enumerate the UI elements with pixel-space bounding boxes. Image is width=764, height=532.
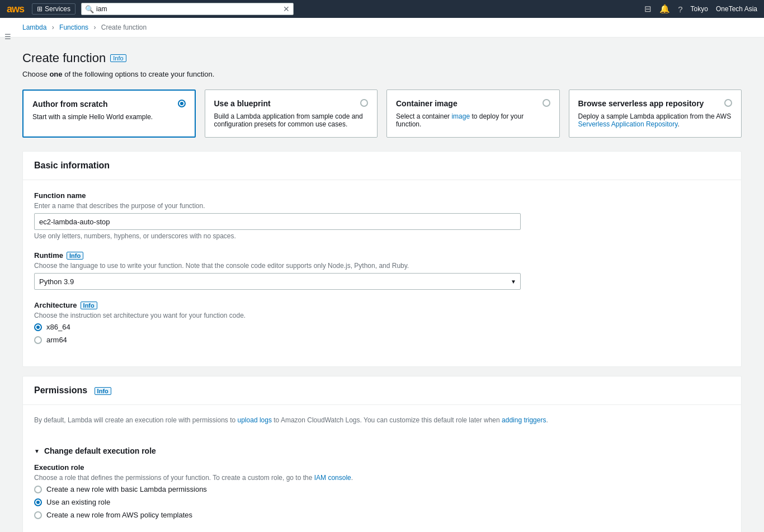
page-title-row: Create function Info — [22, 51, 742, 65]
search-input[interactable] — [96, 5, 283, 13]
execution-role-radio-3[interactable] — [34, 511, 42, 519]
execution-role-use-existing[interactable]: Use an existing role — [34, 498, 730, 506]
option-card-desc-1: Start with a simple Hello World example. — [32, 113, 186, 121]
account-selector[interactable]: OneTech Asia — [716, 5, 757, 13]
runtime-field: Runtime Info Choose the language to use … — [34, 251, 730, 290]
option-card-header-1: Author from scratch — [32, 100, 186, 109]
option-card-header-2: Use a blueprint — [214, 99, 369, 108]
basic-info-panel-body: Function name Enter a name that describe… — [23, 180, 741, 366]
option-card-serverless[interactable]: Browse serverless app repository Deploy … — [569, 90, 742, 138]
change-role-section: ▼ Change default execution role Executio… — [23, 439, 741, 532]
grid-icon: ⊞ — [37, 5, 43, 13]
architecture-x86-radio[interactable] — [34, 323, 42, 331]
execution-role-radio-2[interactable] — [34, 498, 42, 506]
permissions-description: By default, Lambda will create an execut… — [34, 416, 730, 424]
permissions-panel-header: Permissions Info — [23, 376, 741, 405]
execution-role-hint: Choose a role that defines the permissio… — [34, 474, 730, 482]
page-info-link[interactable]: Info — [110, 54, 126, 62]
breadcrumb-sep-2: › — [93, 23, 96, 31]
permissions-panel-body: By default, Lambda will create an execut… — [23, 405, 741, 439]
architecture-x86-option[interactable]: x86_64 — [34, 323, 730, 331]
subtitle-em: one — [49, 70, 62, 78]
permissions-info-link[interactable]: Info — [95, 387, 111, 395]
execution-role-radio-group: Create a new role with basic Lambda perm… — [34, 485, 730, 519]
page-title: Create function — [22, 51, 106, 65]
option-radio-3[interactable] — [543, 99, 550, 107]
basic-info-panel-header: Basic information — [23, 152, 741, 180]
option-card-desc-4: Deploy a sample Lambda application from … — [578, 112, 733, 128]
clear-search-button[interactable]: ✕ — [283, 4, 290, 13]
apps-icon[interactable]: ⊟ — [644, 4, 652, 14]
bell-icon[interactable]: 🔔 — [659, 4, 670, 14]
page-subtitle: Choose one of the following options to c… — [22, 70, 742, 78]
help-icon[interactable]: ? — [678, 4, 682, 14]
breadcrumb-functions[interactable]: Functions — [59, 23, 88, 31]
runtime-select-wrap: Python 3.9 Node.js 18.x Node.js 16.x Jav… — [34, 273, 521, 290]
execution-role-label-3: Create a new role from AWS policy templa… — [46, 511, 192, 519]
nav-right-section: ⊟ 🔔 ? Tokyo OneTech Asia — [644, 4, 757, 14]
runtime-hint: Choose the language to use to write your… — [34, 262, 730, 270]
function-name-note: Use only letters, numbers, hyphens, or u… — [34, 232, 730, 240]
architecture-label: Architecture Info — [34, 301, 730, 309]
breadcrumb: Lambda › Functions › Create function — [0, 18, 764, 37]
execution-role-create-new[interactable]: Create a new role with basic Lambda perm… — [34, 485, 730, 493]
breadcrumb-lambda[interactable]: Lambda — [22, 23, 46, 31]
option-card-blueprint[interactable]: Use a blueprint Build a Lambda applicati… — [205, 90, 378, 138]
execution-role-label: Execution role — [34, 463, 730, 472]
runtime-select[interactable]: Python 3.9 Node.js 18.x Node.js 16.x Jav… — [34, 273, 521, 290]
option-card-title-2: Use a blueprint — [214, 99, 271, 108]
option-card-author-from-scratch[interactable]: Author from scratch Start with a simple … — [22, 90, 196, 138]
main-content: Create function Info Choose one of the f… — [0, 37, 764, 532]
option-card-title-3: Container image — [396, 99, 458, 108]
upload-logs-link-1[interactable]: upload logs — [238, 416, 272, 424]
aws-logo: aws — [7, 3, 24, 15]
architecture-x86-label: x86_64 — [46, 323, 70, 331]
basic-info-panel: Basic information Function name Enter a … — [22, 151, 742, 367]
search-bar: 🔍 ✕ — [81, 3, 294, 15]
execution-role-field: Execution role Choose a role that define… — [34, 463, 730, 519]
option-card-header-3: Container image — [396, 99, 550, 108]
change-role-label: Change default execution role — [44, 446, 156, 455]
option-card-container[interactable]: Container image Select a container image… — [386, 90, 560, 138]
architecture-arm64-radio[interactable] — [34, 336, 42, 344]
option-card-title-1: Author from scratch — [32, 100, 108, 109]
architecture-hint: Choose the instruction set architecture … — [34, 312, 730, 319]
runtime-info-link[interactable]: Info — [67, 252, 83, 260]
execution-role-radio-1[interactable] — [34, 486, 42, 493]
change-role-body: Execution role Choose a role that define… — [23, 463, 741, 532]
execution-role-label-1: Create a new role with basic Lambda perm… — [46, 485, 207, 493]
sidebar-toggle[interactable]: ☰ — [0, 28, 16, 45]
permissions-panel: Permissions Info By default, Lambda will… — [22, 376, 742, 532]
architecture-arm64-label: arm64 — [46, 336, 67, 344]
container-image-link[interactable]: image — [451, 112, 470, 120]
region-selector[interactable]: Tokyo — [691, 5, 708, 13]
breadcrumb-sep-1: › — [52, 23, 54, 31]
function-name-input[interactable] — [34, 213, 521, 230]
function-name-label: Function name — [34, 191, 730, 200]
option-radio-1[interactable] — [178, 100, 186, 107]
option-card-header-4: Browse serverless app repository — [578, 99, 733, 108]
architecture-info-link[interactable]: Info — [81, 302, 97, 309]
adding-triggers-link[interactable]: adding triggers — [502, 416, 546, 424]
top-navigation: aws ⊞ Services 🔍 ✕ ⊟ 🔔 ? Tokyo OneTech A… — [0, 0, 764, 18]
execution-role-create-template[interactable]: Create a new role from AWS policy templa… — [34, 511, 730, 519]
option-radio-4[interactable] — [724, 99, 732, 107]
function-name-field: Function name Enter a name that describe… — [34, 191, 730, 240]
search-icon: 🔍 — [85, 5, 94, 13]
collapsible-arrow: ▼ — [34, 448, 40, 454]
architecture-field: Architecture Info Choose the instruction… — [34, 301, 730, 344]
services-button[interactable]: ⊞ Services — [32, 3, 76, 15]
breadcrumb-current: Create function — [101, 23, 147, 31]
option-card-title-4: Browse serverless app repository — [578, 99, 704, 108]
change-role-header[interactable]: ▼ Change default execution role — [23, 439, 741, 463]
runtime-label: Runtime Info — [34, 251, 730, 260]
architecture-radio-group: x86_64 arm64 — [34, 323, 730, 344]
architecture-arm64-option[interactable]: arm64 — [34, 336, 730, 344]
serverless-repo-link[interactable]: Serverless Application Repository — [578, 120, 678, 128]
option-radio-2[interactable] — [360, 99, 368, 107]
option-card-desc-2: Build a Lambda application from sample c… — [214, 112, 369, 128]
execution-role-label-2: Use an existing role — [46, 498, 110, 506]
option-cards-grid: Author from scratch Start with a simple … — [22, 90, 742, 138]
iam-console-link[interactable]: IAM console — [314, 474, 351, 482]
option-card-desc-3: Select a container image to deploy for y… — [396, 112, 550, 128]
